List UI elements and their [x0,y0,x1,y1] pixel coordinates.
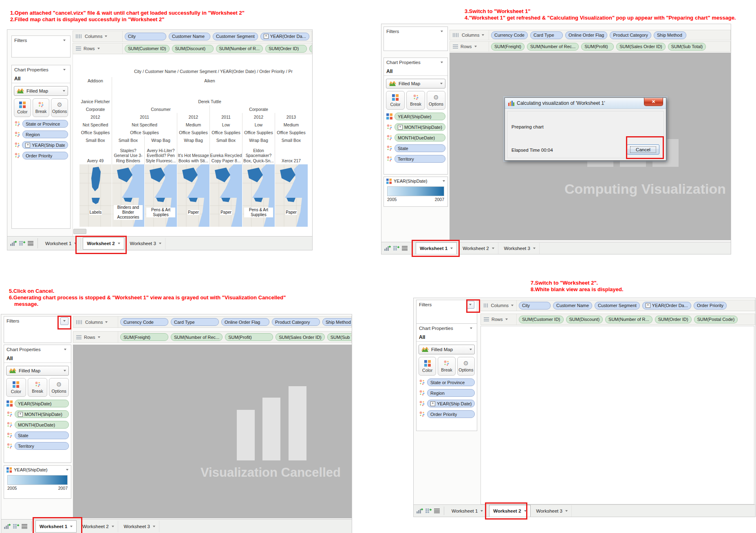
dialog-titlebar[interactable]: Calculating visualization of 'Worksheet … [505,98,666,109]
chevron-down-icon[interactable] [153,526,155,527]
shelf-pill[interactable]: Ship Method [654,31,686,39]
property-pill[interactable]: State [395,144,445,152]
shelf-pill[interactable]: SUM(Customer ID) [125,45,170,53]
horizontal-scrollbar-thumb[interactable] [73,229,86,234]
shelf-pill[interactable]: SUM(Profit) [225,333,273,341]
tab-worksheet-3[interactable]: Worksheet 3 [120,521,159,532]
property-pill[interactable]: MONTH(DueDate) [15,421,69,429]
chart-properties-dropdown-button[interactable] [61,67,68,73]
shelf-pill[interactable]: SUM(Sales Order ID) [616,43,666,51]
options-button[interactable]: ⚙Options [49,378,69,397]
property-pill[interactable]: Region [22,130,68,138]
shelf-pill[interactable]: Customer Name [169,33,210,40]
property-pill[interactable]: Territory [15,442,69,450]
shelf-pill[interactable]: Customer Segment [595,302,640,310]
property-pill[interactable]: State or Province [22,120,68,128]
color-button[interactable]: Color [419,357,436,376]
tab-worksheet-3[interactable]: Worksheet 3 [126,238,165,249]
shelf-pill[interactable]: SUM(Sub Total) [327,333,351,341]
chart-type-dropdown[interactable]: Filled Map [419,345,475,354]
expand-plus-icon[interactable]: + [430,401,435,406]
options-button[interactable]: ⚙Options [427,91,445,110]
shelf-pill[interactable]: SUM(Discount) [172,45,214,53]
break-button[interactable]: Break [33,98,50,117]
property-pill[interactable]: Region [427,389,475,397]
property-pill[interactable]: Territory [395,155,445,163]
new-worksheet-icon[interactable] [4,523,11,529]
chevron-down-icon[interactable] [159,243,161,244]
property-pill[interactable]: MONTH(DueDate) [395,134,445,142]
shelf-pill[interactable]: Product Category [272,318,320,326]
shelf-pill[interactable]: SUM(Freight) [120,333,168,341]
chart-type-dropdown[interactable]: Filled Map [6,366,69,376]
map-cell[interactable] [79,164,112,198]
close-button[interactable]: ✕ [644,98,663,106]
shelf-pill[interactable]: SUM(Order ID) [655,316,692,323]
filters-dropdown-button[interactable] [60,317,68,325]
tab-worksheet-2[interactable]: Worksheet 2 [459,243,498,254]
shelf-pill[interactable]: SUM(Profit) [581,43,614,51]
map-cell[interactable] [144,164,177,198]
property-pill[interactable]: State or Province [427,378,475,386]
chevron-down-icon[interactable] [492,248,494,249]
list-icon[interactable] [402,245,408,251]
chevron-down-icon[interactable] [482,34,484,36]
tab-worksheet-2[interactable]: Worksheet 2 [79,521,118,532]
chevron-down-icon[interactable] [105,35,107,37]
chevron-down-icon[interactable] [112,526,114,527]
map-cell[interactable]: Binders and Binder Accessories [112,198,144,227]
expand-plus-icon[interactable]: + [25,143,30,148]
options-button[interactable]: ⚙Options [51,98,68,117]
property-pill[interactable]: +MONTH(ShipDate) [395,123,445,131]
tab-worksheet-2[interactable]: Worksheet 2 [83,237,124,250]
tab-worksheet-1[interactable]: Worksheet 1 [448,505,487,517]
filters-dropdown-button[interactable] [439,29,445,34]
chevron-down-icon[interactable] [474,46,477,47]
map-cell[interactable] [209,164,242,198]
property-pill[interactable]: State [15,431,69,439]
chevron-down-icon[interactable] [450,248,453,249]
map-cell[interactable] [177,164,209,198]
shelf-pill[interactable]: S [309,45,312,53]
map-cell[interactable] [112,164,144,198]
shelf-pill[interactable]: Customer Segment [213,33,258,40]
chevron-down-icon[interactable] [98,336,100,338]
tab-worksheet-3[interactable]: Worksheet 3 [533,505,572,517]
tab-worksheet-3[interactable]: Worksheet 3 [500,243,540,254]
break-button[interactable]: Break [438,357,455,376]
new-crosstab-icon[interactable] [393,245,400,251]
property-pill[interactable]: Order Priority [22,152,68,159]
shelf-pill[interactable]: SUM(Freight) [491,43,525,51]
color-button[interactable]: Color [6,378,26,397]
shelf-pill[interactable]: SUM(Postal Code) [694,316,738,323]
color-button[interactable]: Color [14,98,31,117]
property-pill[interactable]: YEAR(ShipDate) [15,400,69,407]
new-crosstab-icon[interactable] [425,508,432,514]
options-button[interactable]: ⚙Options [457,357,475,376]
shelf-pill[interactable]: City [125,33,166,40]
chevron-down-icon[interactable] [97,48,100,49]
map-cell[interactable]: Pens & Art Supplies [242,198,275,227]
shelf-pill[interactable]: SUM(Discount) [566,316,603,323]
cancel-button[interactable]: Cancel [627,144,659,155]
shelf-pill[interactable]: Online Order Flag [221,318,269,326]
shelf-pill[interactable]: Currency Code [120,318,168,326]
shelf-pill[interactable]: SUM(Order ID) [265,45,307,53]
shelf-pill[interactable]: SUM(Number of Rec... [527,43,579,51]
shelf-pill[interactable]: Currency Code [491,31,528,39]
chevron-down-icon[interactable] [511,305,514,306]
chart-type-dropdown[interactable]: Filled Map [14,86,68,96]
chevron-down-icon[interactable] [533,248,536,249]
tab-worksheet-2[interactable]: Worksheet 2 [489,505,530,517]
tab-worksheet-1[interactable]: Worksheet 1 [416,242,457,254]
expand-plus-icon[interactable]: + [264,34,269,39]
shelf-pill[interactable]: SUM(Sales Order ID) [276,333,325,341]
chevron-down-icon[interactable] [70,526,73,527]
shelf-pill[interactable]: City [519,302,551,310]
break-button[interactable]: Break [406,91,425,110]
color-button[interactable]: Color [386,91,405,110]
expand-plus-icon[interactable]: + [18,412,23,417]
chevron-down-icon[interactable] [524,510,527,512]
property-pill[interactable]: Order Priority [427,410,475,418]
chevron-down-icon[interactable] [118,243,120,244]
